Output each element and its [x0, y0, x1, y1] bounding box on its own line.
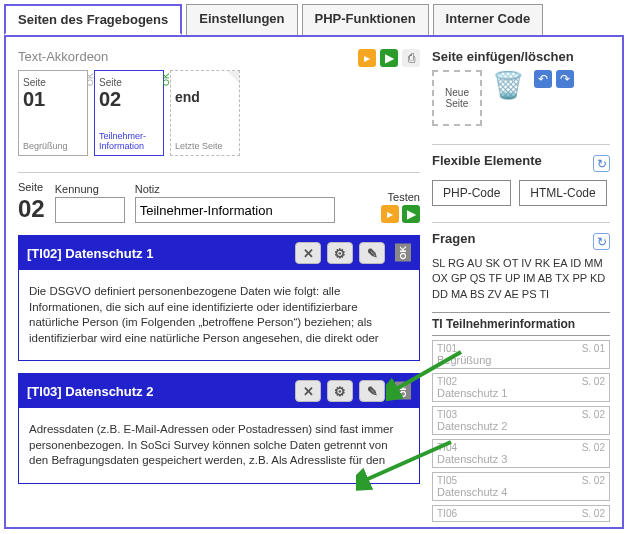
tab-pages[interactable]: Seiten des Fragebogens	[4, 4, 182, 35]
tab-php[interactable]: PHP-Funktionen	[302, 4, 429, 35]
list-item[interactable]: TI02S. 02Datenschutz 1	[432, 373, 610, 402]
list-item[interactable]: TI05S. 02Datenschutz 4	[432, 472, 610, 501]
list-item[interactable]: TI04S. 02Datenschutz 3	[432, 439, 610, 468]
list-item[interactable]: TI01S. 01Begrüßung	[432, 340, 610, 369]
php-code-button[interactable]: PHP-Code	[432, 180, 511, 206]
test-play-icon[interactable]: ▶	[402, 205, 420, 223]
seite-number: 02	[18, 195, 45, 223]
question-list: TI01S. 01Begrüßung TI02S. 02Datenschutz …	[432, 336, 610, 522]
fragen-title: Fragen	[432, 231, 475, 246]
content-block-ti03: [TI03] Datenschutz 2 ✕ ⚙ ✎ OK Adressdate…	[18, 373, 420, 484]
testen-label: Testen	[388, 191, 420, 203]
seite-label: Seite	[18, 181, 45, 193]
play-icon[interactable]: ▶	[380, 49, 398, 67]
question-codes[interactable]: SL RG AU SK OT IV RK EA ID MM OX GP QS T…	[432, 256, 610, 302]
flex-title: Flexible Elemente	[432, 153, 542, 168]
print-icon[interactable]: ⎙	[402, 49, 420, 67]
page-card-list: Seite 01 OK Begrüßung Seite 02 OK Teilne…	[18, 70, 350, 156]
html-code-button[interactable]: HTML-Code	[519, 180, 606, 206]
page-card-02[interactable]: Seite 02 OK Teilnehmer-Information	[94, 70, 164, 156]
block-body: Adressdaten (z.B. E-Mail-Adressen oder P…	[19, 408, 419, 483]
qlist-title: TI Teilnehmerinformation	[432, 312, 610, 336]
reload-icon[interactable]: ↻	[593, 155, 610, 172]
new-page-button[interactable]: Neue Seite	[432, 70, 482, 126]
trash-icon[interactable]: 🗑️	[492, 70, 524, 101]
redo-icon[interactable]: ↷	[556, 70, 574, 88]
edit-icon[interactable]: ✎	[359, 380, 385, 402]
ok-badge: OK	[395, 244, 411, 262]
list-item[interactable]: TI06S. 02	[432, 505, 610, 522]
notiz-label: Notiz	[135, 183, 371, 195]
close-icon[interactable]: ✕	[295, 242, 321, 264]
block-body: Die DSGVO definiert personenbezogene Dat…	[19, 270, 419, 360]
test-step-icon[interactable]: ▸	[381, 205, 399, 223]
tab-settings[interactable]: Einstellungen	[186, 4, 297, 35]
page-card-01[interactable]: Seite 01 OK Begrüßung	[18, 70, 88, 156]
kennung-input[interactable]	[55, 197, 125, 223]
folder-icon[interactable]: ▸	[358, 49, 376, 67]
tab-internal[interactable]: Interner Code	[433, 4, 544, 35]
page-ops-title: Seite einfügen/löschen	[432, 49, 610, 64]
reload-icon[interactable]: ↻	[593, 233, 610, 250]
block-title: [TI03] Datenschutz 2	[27, 384, 153, 399]
notiz-input[interactable]	[135, 197, 335, 223]
gear-icon[interactable]: ⚙	[327, 242, 353, 264]
ok-badge: OK	[395, 382, 411, 400]
close-icon[interactable]: ✕	[295, 380, 321, 402]
accordion-label: Text-Akkordeon	[18, 49, 350, 64]
gear-icon[interactable]: ⚙	[327, 380, 353, 402]
content-block-ti02: [TI02] Datenschutz 1 ✕ ⚙ ✎ OK Die DSGVO …	[18, 235, 420, 361]
tab-bar: Seiten des Fragebogens Einstellungen PHP…	[0, 0, 628, 35]
block-title: [TI02] Datenschutz 1	[27, 246, 153, 261]
undo-icon[interactable]: ↶	[534, 70, 552, 88]
list-item[interactable]: TI03S. 02Datenschutz 2	[432, 406, 610, 435]
edit-icon[interactable]: ✎	[359, 242, 385, 264]
page-card-end[interactable]: end Letzte Seite	[170, 70, 240, 156]
kennung-label: Kennung	[55, 183, 125, 195]
